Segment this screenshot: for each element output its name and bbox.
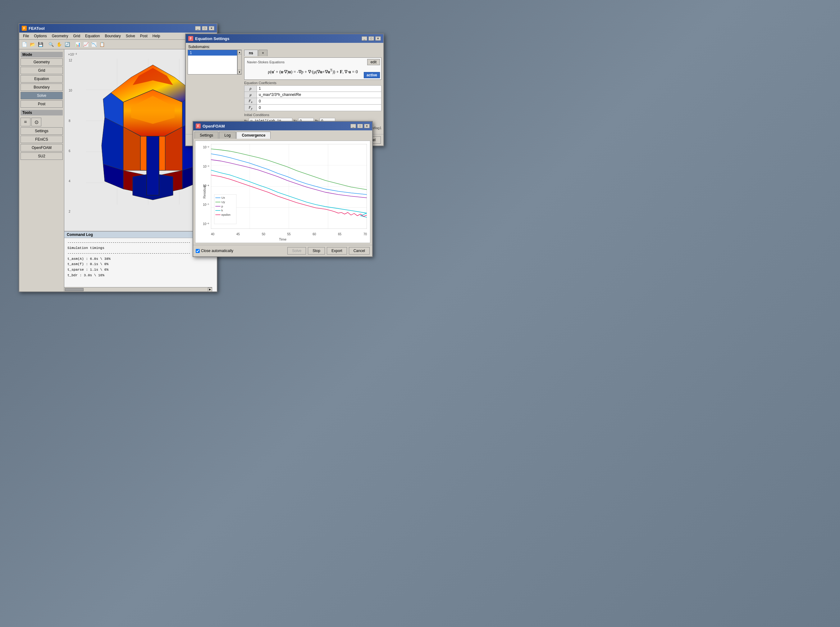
sidebar-geometry[interactable]: Geometry xyxy=(21,58,63,66)
foam-title: F OpenFOAM xyxy=(196,123,225,129)
ns-equation-box: Navier-Stokes Equations edit ρ(u' + (u·∇… xyxy=(244,57,382,80)
sidebar-solve[interactable]: Solve xyxy=(21,92,63,99)
maximize-button[interactable]: □ xyxy=(202,26,207,30)
minimize-button[interactable]: _ xyxy=(195,26,201,30)
tool-equals[interactable]: = xyxy=(21,118,30,126)
foam-title-text: OpenFOAM xyxy=(202,124,225,129)
subdomain-item-1[interactable]: 1 xyxy=(188,50,237,55)
log-hscrollbar[interactable]: ▶ xyxy=(64,287,212,291)
sidebar-su2[interactable]: SU2 xyxy=(21,153,63,160)
menu-options[interactable]: Options xyxy=(32,33,49,39)
menu-equation[interactable]: Equation xyxy=(83,33,102,39)
coeff-value-mu[interactable]: u_max*2/3*h_channel/Re xyxy=(257,91,382,98)
foam-tab-settings[interactable]: Settings xyxy=(194,132,218,139)
toolbar-open[interactable]: 📂 xyxy=(28,41,36,48)
toolbar-chart1[interactable]: 📊 xyxy=(74,41,81,48)
menu-solve[interactable]: Solve xyxy=(123,33,137,39)
x-tick-65: 65 xyxy=(338,233,341,236)
coeff-value-fy[interactable]: 0 xyxy=(257,105,382,111)
close-button[interactable]: ✕ xyxy=(209,26,214,30)
sidebar-openfoam[interactable]: OpenFOAM xyxy=(21,144,63,151)
coeff-value-rho[interactable]: 1 xyxy=(257,85,382,91)
y-tick-1e-4: 10⁻⁴ xyxy=(203,184,209,187)
toolbar-save[interactable]: 💾 xyxy=(37,41,44,48)
sidebar-post[interactable]: Post xyxy=(21,100,63,108)
menu-geometry[interactable]: Geometry xyxy=(49,33,71,39)
x-axis-labels: 40 45 50 55 60 65 70 xyxy=(211,233,367,236)
scroll-down[interactable]: ▼ xyxy=(237,70,242,74)
menu-grid[interactable]: Grid xyxy=(71,33,83,39)
solve-button[interactable]: Solve xyxy=(287,247,306,255)
subdomains-row: 1 ▲ ▼ ns + Navier-Stokes xyxy=(188,50,382,131)
active-button[interactable]: active xyxy=(364,72,380,78)
coeff-symbol-fx: Fx xyxy=(245,98,257,104)
scroll-right[interactable]: ▶ xyxy=(208,287,212,292)
subdomain-list[interactable]: 1 xyxy=(188,50,237,74)
foam-minimize[interactable]: _ xyxy=(351,124,356,128)
main-title: F FEATool xyxy=(22,26,45,31)
coefficients-table: ρ 1 μ u_max*2/3*h_channel/Re Fx 0 Fy xyxy=(244,85,382,112)
eq-tab-ns[interactable]: ns xyxy=(244,50,258,56)
x-tick-45: 45 xyxy=(237,233,240,236)
coefficients-label: Equation Coefficients xyxy=(244,81,382,85)
tool-circle[interactable]: ⊙ xyxy=(32,118,41,126)
toolbar-rotate[interactable]: 🔄 xyxy=(63,41,71,48)
chart-plot-area: Ux Uy p k epsilon xyxy=(211,144,367,229)
tools-row: = ⊙ xyxy=(21,118,63,126)
y-ticks: 12 10 8 6 4 2 0 xyxy=(69,59,72,243)
coeff-row-mu: μ u_max*2/3*h_channel/Re xyxy=(245,91,382,98)
eq-titlebar: F Equation Settings _ □ ✕ xyxy=(186,34,383,43)
toolbar-chart3[interactable]: 📉 xyxy=(90,41,98,48)
eq-minimize[interactable]: _ xyxy=(362,36,367,41)
main-titlebar: F FEATool _ □ ✕ xyxy=(19,24,217,33)
log-scroll-arrows: ▶ xyxy=(208,287,212,292)
eq-title-text: Equation Settings xyxy=(195,36,230,41)
sidebar-fenics[interactable]: FEniCS xyxy=(21,135,63,143)
foam-cancel-button[interactable]: Cancel xyxy=(349,247,369,255)
ic-label: Initial Conditions xyxy=(244,113,382,117)
toolbar-new[interactable]: 📄 xyxy=(21,41,28,48)
subdomain-scrollbar[interactable]: ▲ ▼ xyxy=(237,50,242,74)
stop-button[interactable]: Stop xyxy=(308,247,325,255)
sidebar-boundary[interactable]: Boundary xyxy=(21,83,63,91)
toolbar-zoom[interactable]: 🔍 xyxy=(47,41,55,48)
foam-tabs: Settings Log Convergence xyxy=(193,130,372,139)
eq-maximize[interactable]: □ xyxy=(368,36,374,41)
toolbar-chart2[interactable]: 📈 xyxy=(82,41,90,48)
svg-text:Ux: Ux xyxy=(221,196,225,199)
foam-close[interactable]: ✕ xyxy=(364,124,369,128)
foam-window-controls: _ □ ✕ xyxy=(351,124,369,128)
eq-close[interactable]: ✕ xyxy=(375,36,381,41)
svg-text:Uy: Uy xyxy=(221,200,225,203)
menu-post[interactable]: Post xyxy=(137,33,150,39)
toolbar-chart4[interactable]: 📋 xyxy=(98,41,106,48)
svg-text:p: p xyxy=(221,205,223,208)
sidebar-grid[interactable]: Grid xyxy=(21,67,63,74)
close-auto-checkbox[interactable] xyxy=(196,249,200,253)
coeff-value-fx[interactable]: 0 xyxy=(257,98,382,104)
x-axis-title: Time xyxy=(279,238,286,241)
eq-tab-plus[interactable]: + xyxy=(259,50,267,56)
menu-help[interactable]: Help xyxy=(150,33,163,39)
close-auto-checkbox-label: Close automatically xyxy=(196,249,233,253)
export-button[interactable]: Export xyxy=(327,247,347,255)
foam-tab-log[interactable]: Log xyxy=(219,132,236,139)
eq-tabs-panel: ns + Navier-Stokes Equations edit ρ(u' +… xyxy=(244,50,382,131)
toolbar-pan[interactable]: ✋ xyxy=(55,41,63,48)
coeff-symbol-fy: Fy xyxy=(245,105,257,111)
sidebar-settings[interactable]: Settings xyxy=(21,127,63,135)
eq-tabs: ns + xyxy=(244,50,382,56)
foam-icon: F xyxy=(196,123,201,129)
eq-title: F Equation Settings xyxy=(188,36,230,41)
foam-maximize[interactable]: □ xyxy=(357,124,363,128)
menu-boundary[interactable]: Boundary xyxy=(102,33,123,39)
eq-coefficients-section: Equation Coefficients ρ 1 μ u_max*2/3*h_… xyxy=(244,81,382,112)
sidebar-equation[interactable]: Equation xyxy=(21,75,63,83)
log-hscrollbar-thumb[interactable] xyxy=(65,288,84,291)
foam-tab-convergence[interactable]: Convergence xyxy=(237,132,271,139)
coeff-symbol-mu: μ xyxy=(245,91,257,98)
scroll-up[interactable]: ▲ xyxy=(237,50,242,54)
edit-button[interactable]: edit xyxy=(367,59,380,65)
menu-file[interactable]: File xyxy=(21,33,32,39)
log-line-0: ----------------------------------------… xyxy=(68,240,214,246)
